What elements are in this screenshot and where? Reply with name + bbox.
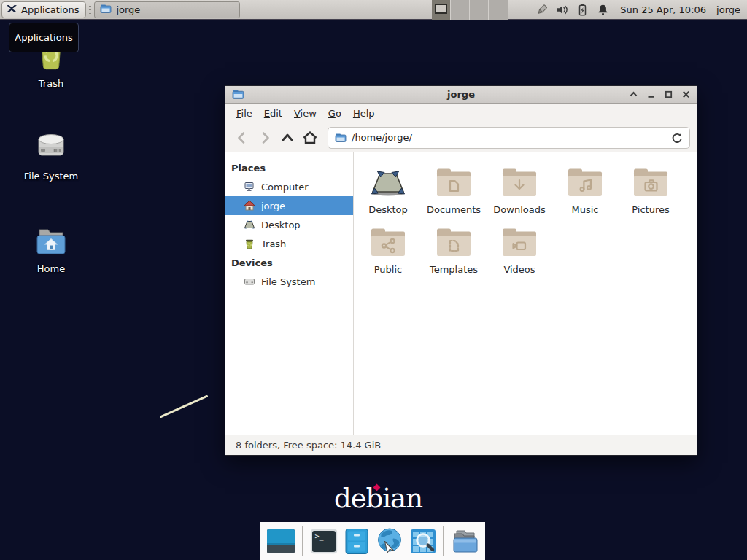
sidebar-item-label: Computer <box>261 182 309 192</box>
menu-go[interactable]: Go <box>322 105 347 122</box>
folder-videos-icon <box>500 227 538 257</box>
statusbar-text: 8 folders, Free space: 14.4 GiB <box>236 440 381 451</box>
maximize-button[interactable] <box>665 90 673 98</box>
desktop-icon-home[interactable]: Home <box>32 217 70 274</box>
dock-file-manager-button[interactable] <box>344 528 369 555</box>
menu-edit[interactable]: Edit <box>258 105 288 122</box>
close-button[interactable] <box>682 90 690 98</box>
sidebar-item-label: File System <box>261 276 315 287</box>
sidebar-item-jorge[interactable]: jorge <box>225 196 353 215</box>
desktop-root: Applications jorge Sun 25 Apr, 10:06 jor… <box>0 0 747 560</box>
taskbar-window-label: jorge <box>116 4 140 15</box>
home-small-icon <box>244 200 255 211</box>
back-button[interactable] <box>232 128 252 147</box>
desktop-icon-filesystem[interactable]: File System <box>24 125 78 182</box>
sidebar-header-devices: Devices <box>225 253 353 272</box>
panel-clock[interactable]: Sun 25 Apr, 10:06 <box>620 4 706 15</box>
window-icon <box>232 89 244 100</box>
minimize-button[interactable] <box>647 90 655 98</box>
dock-show-desktop-button[interactable] <box>266 529 295 554</box>
tooltip-text: Applications <box>15 32 72 43</box>
applications-menu-button[interactable]: Applications <box>1 1 86 18</box>
folder-templates-icon <box>435 227 473 257</box>
menu-view[interactable]: View <box>288 105 322 122</box>
shade-button[interactable] <box>630 90 638 98</box>
file-item-label: Public <box>374 264 402 275</box>
folder-music-icon <box>566 167 604 198</box>
file-item-documents[interactable]: Documents <box>421 167 487 215</box>
window-titlebar[interactable]: jorge <box>225 86 697 104</box>
statusbar: 8 folders, Free space: 14.4 GiB <box>225 435 697 455</box>
folder-public-icon <box>369 227 407 257</box>
file-item-label: Templates <box>430 264 478 275</box>
computer-icon <box>244 181 255 192</box>
trash-small-icon <box>244 238 255 249</box>
volume-icon[interactable] <box>556 4 568 16</box>
desktop-icon-label: Home <box>37 263 65 274</box>
sidebar: PlacesComputerjorgeDesktopTrashDevicesFi… <box>225 152 354 435</box>
desktop-icon-label: File System <box>24 171 78 182</box>
sidebar-item-label: jorge <box>261 201 285 211</box>
desktop-special-icon <box>369 167 407 198</box>
path-bar[interactable]: /home/jorge/ <box>328 127 690 149</box>
file-grid: DesktopDocumentsDownloadsMusicPicturesPu… <box>354 152 697 435</box>
file-item-label: Desktop <box>368 204 408 215</box>
dock-file-folder-button[interactable] <box>451 528 480 554</box>
file-item-desktop[interactable]: Desktop <box>355 167 421 215</box>
workspace-2[interactable] <box>451 0 470 20</box>
file-item-label: Documents <box>427 204 481 215</box>
workspace-4[interactable] <box>489 0 508 20</box>
file-item-public[interactable]: Public <box>355 227 421 275</box>
applications-tooltip: Applications <box>9 23 79 52</box>
forward-button[interactable] <box>255 128 275 147</box>
dock-web-browser-button[interactable] <box>376 527 403 555</box>
desktop-icon-column: TrashFile SystemHome <box>16 32 86 310</box>
file-item-videos[interactable]: Videos <box>487 227 552 275</box>
file-item-label: Downloads <box>493 204 545 215</box>
desktop-small-icon <box>244 219 255 230</box>
filesystem-icon <box>32 125 70 166</box>
xfce-logo-icon <box>6 3 18 17</box>
file-item-downloads[interactable]: Downloads <box>487 167 552 215</box>
file-item-music[interactable]: Music <box>552 167 618 215</box>
up-button[interactable] <box>277 128 298 147</box>
dock-terminal-button[interactable]: >_ <box>310 529 338 554</box>
folder-downloads-icon <box>500 167 538 198</box>
notifications-icon[interactable] <box>597 4 609 16</box>
svg-text:>_: >_ <box>314 532 324 541</box>
sidebar-item-trash[interactable]: Trash <box>225 234 353 253</box>
window-title: jorge <box>225 89 697 100</box>
panel-handle[interactable] <box>88 4 92 16</box>
menubar: FileEditViewGoHelp <box>225 104 697 123</box>
workspace-3[interactable] <box>470 0 489 20</box>
dock-separator <box>443 526 444 556</box>
battery-icon[interactable] <box>576 4 589 16</box>
debian-wordmark: debian <box>334 483 422 514</box>
window-controls <box>630 90 690 98</box>
window-folder-icon <box>100 4 112 16</box>
file-item-pictures[interactable]: Pictures <box>618 167 684 215</box>
path-text[interactable]: /home/jorge/ <box>352 132 412 143</box>
system-tray <box>535 4 609 16</box>
workspace-1[interactable] <box>432 0 451 20</box>
sidebar-item-desktop[interactable]: Desktop <box>225 215 353 234</box>
pen-icon[interactable] <box>535 4 548 16</box>
sidebar-item-file-system[interactable]: File System <box>225 272 353 291</box>
file-item-templates[interactable]: Templates <box>421 227 487 275</box>
reload-icon[interactable] <box>670 131 683 144</box>
workspace-switcher <box>432 0 508 20</box>
home-button[interactable] <box>300 128 320 147</box>
dock-app-finder-button[interactable] <box>410 529 436 554</box>
applications-menu-label: Applications <box>21 4 79 15</box>
file-item-label: Music <box>572 204 599 215</box>
panel-user-label[interactable]: jorge <box>716 4 740 15</box>
file-item-label: Pictures <box>632 204 669 215</box>
menu-file[interactable]: File <box>231 105 258 122</box>
menu-help[interactable]: Help <box>347 105 381 122</box>
file-manager-window: jorge FileEditViewGoHelp /home/jorge/ <box>225 85 697 456</box>
sidebar-item-computer[interactable]: Computer <box>225 177 353 196</box>
taskbar-window-button[interactable]: jorge <box>94 1 240 18</box>
sidebar-header-places: Places <box>225 158 353 177</box>
pen-stroke-mark <box>160 394 209 418</box>
folder-documents-icon <box>435 167 473 198</box>
